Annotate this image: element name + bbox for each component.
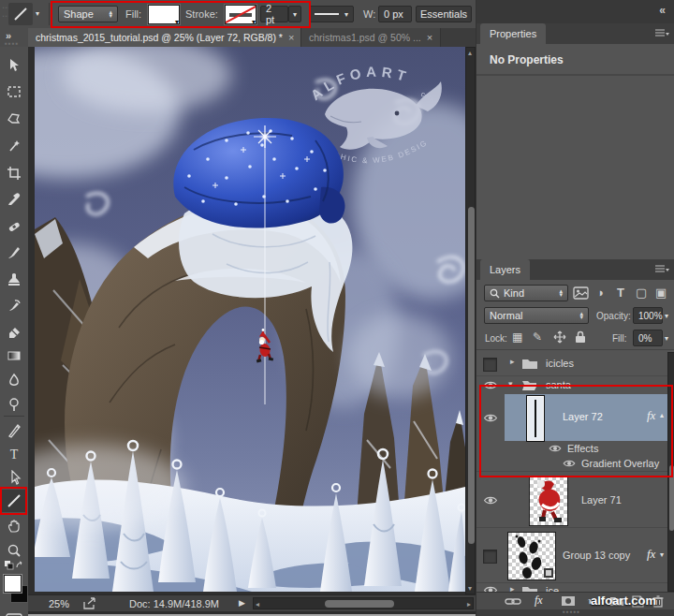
layer-row-group13[interactable]: Group 13 copy fx ▾ bbox=[476, 527, 667, 583]
layer-thumbnail-footprints[interactable] bbox=[507, 532, 556, 580]
opacity-value-field[interactable]: 100% bbox=[633, 307, 663, 324]
blend-mode-select[interactable]: Normal ▴▾ bbox=[484, 307, 589, 324]
canvas-hscroll-thumb[interactable] bbox=[325, 600, 394, 608]
fill-dropdown-arrow[interactable]: ▾ bbox=[665, 334, 668, 343]
lasso-tool[interactable] bbox=[2, 108, 26, 130]
layer-filter-kind-select[interactable]: Kind ▴▾ bbox=[484, 285, 568, 301]
opacity-dropdown-arrow[interactable]: ▾ bbox=[665, 312, 668, 320]
history-brush-tool[interactable] bbox=[2, 294, 26, 316]
visibility-checkbox-empty[interactable] bbox=[483, 550, 497, 564]
layer-row-gradient-overlay[interactable]: Gradient Overlay bbox=[476, 456, 667, 471]
layer-thumbnail-santa[interactable] bbox=[529, 476, 568, 526]
stroke-width-field[interactable]: 2 pt bbox=[260, 6, 288, 22]
tool-preset-dropdown-arrow[interactable]: ▾ bbox=[36, 9, 39, 18]
fill-value-field[interactable]: 0% bbox=[633, 330, 663, 346]
layer-row-icicles[interactable]: ▸ icicles bbox=[476, 352, 667, 376]
document-tab-1[interactable]: christmas_2015_tutorial.psd @ 25% (Layer… bbox=[28, 28, 301, 47]
scroll-left-icon[interactable]: ◂ bbox=[256, 600, 259, 609]
layer-thumbnail-line[interactable] bbox=[527, 396, 544, 441]
filter-pixel-layers-icon[interactable] bbox=[573, 286, 589, 300]
tool-mode-select[interactable]: Shape ▴▾ bbox=[58, 6, 118, 22]
panel-resize-strip[interactable]: ▪▪▪▪▪ bbox=[476, 609, 674, 616]
visibility-eye-icon[interactable] bbox=[549, 444, 562, 453]
group-expand-icon[interactable]: ▾ bbox=[508, 379, 513, 389]
add-layer-style-icon[interactable]: fx bbox=[535, 594, 543, 608]
fill-opacity-label: Fill: bbox=[612, 333, 627, 344]
fill-swatch[interactable]: ▾ bbox=[148, 5, 180, 24]
tab-layers[interactable]: Layers bbox=[480, 259, 530, 280]
panel-menu-icon[interactable] bbox=[654, 265, 669, 275]
doc-size-info[interactable]: Doc: 14.9M/418.9M bbox=[129, 598, 219, 609]
pen-tool[interactable] bbox=[2, 419, 26, 442]
layer-fx-badge[interactable]: fx bbox=[647, 547, 655, 562]
gradient-tool[interactable] bbox=[2, 345, 26, 367]
lock-transparency-icon[interactable]: ▦ bbox=[512, 330, 522, 344]
magic-wand-tool[interactable] bbox=[2, 135, 26, 157]
line-shape-tool-selected[interactable] bbox=[2, 490, 26, 512]
canvas-vertical-scrollbar[interactable]: ▴ ▾ bbox=[465, 47, 476, 594]
path-selection-tool[interactable] bbox=[2, 466, 26, 489]
workspace-switcher[interactable]: Essentials bbox=[416, 6, 472, 22]
brush-tool[interactable] bbox=[2, 242, 26, 264]
eraser-tool[interactable] bbox=[2, 320, 26, 343]
document-tab-1-close-icon[interactable]: × bbox=[288, 32, 294, 43]
shape-width-field[interactable]: 0 px bbox=[378, 6, 412, 22]
eyedropper-tool[interactable] bbox=[2, 187, 26, 210]
filter-smart-objects-icon[interactable]: ▣ bbox=[655, 286, 667, 300]
document-tab-2-close-icon[interactable]: × bbox=[427, 32, 432, 43]
dock-collapse-icon[interactable]: « bbox=[659, 4, 666, 17]
layer-row-effects[interactable]: Effects bbox=[476, 441, 667, 456]
panel-menu-icon[interactable] bbox=[654, 29, 669, 39]
filter-shape-layers-icon[interactable]: ▢ bbox=[636, 286, 647, 300]
layers-scroll-thumb[interactable] bbox=[669, 465, 674, 531]
document-tab-2[interactable]: christmas1.psd @ 50% ... × bbox=[301, 28, 441, 47]
status-flyout-icon[interactable]: ▶ bbox=[239, 598, 245, 608]
layer-row-santa[interactable]: ▾ santa bbox=[476, 375, 667, 394]
tab-properties[interactable]: Properties bbox=[480, 23, 546, 44]
layer-row-layer71[interactable]: Layer 71 bbox=[476, 471, 667, 528]
stroke-width-dropdown[interactable]: ▾ bbox=[288, 6, 301, 22]
visibility-checkbox-empty[interactable] bbox=[483, 358, 497, 372]
swap-colors-control[interactable] bbox=[4, 560, 24, 575]
add-layer-mask-icon[interactable] bbox=[561, 595, 576, 607]
link-layers-icon[interactable] bbox=[505, 596, 521, 607]
stroke-style-dropdown[interactable]: ▾ bbox=[309, 6, 354, 22]
layers-scrollbar[interactable] bbox=[667, 352, 674, 592]
visibility-eye-icon[interactable] bbox=[483, 495, 498, 506]
share-export-icon[interactable] bbox=[82, 597, 97, 610]
lock-position-icon[interactable] bbox=[553, 330, 566, 344]
fx-collapse-icon[interactable]: ▴ bbox=[660, 411, 664, 419]
canvas-vscroll-thumb[interactable] bbox=[468, 207, 475, 544]
zoom-level[interactable]: 25% bbox=[49, 598, 69, 609]
filter-type-layers-icon[interactable]: T bbox=[617, 286, 624, 300]
filter-adjustment-layers-icon[interactable]: ◑ bbox=[596, 286, 604, 300]
visibility-eye-icon[interactable] bbox=[483, 413, 498, 423]
canvas-horizontal-scrollbar[interactable]: ◂ ▸ bbox=[253, 597, 474, 609]
active-tool-icon[interactable] bbox=[8, 3, 33, 25]
visibility-eye-icon[interactable] bbox=[483, 380, 498, 390]
foreground-color-swatch[interactable] bbox=[4, 575, 22, 593]
hand-tool[interactable] bbox=[2, 515, 26, 537]
crop-tool[interactable] bbox=[2, 162, 26, 184]
smudge-tool[interactable] bbox=[2, 369, 26, 391]
dodge-tool[interactable] bbox=[2, 393, 26, 416]
zoom-tool[interactable] bbox=[2, 539, 26, 562]
lock-all-icon[interactable] bbox=[575, 330, 586, 344]
visibility-eye-icon[interactable] bbox=[563, 459, 576, 468]
scroll-up-icon[interactable]: ▴ bbox=[468, 49, 472, 57]
layer-fx-badge[interactable]: fx bbox=[647, 408, 655, 423]
layer-row-layer72-selected[interactable]: Layer 72 fx ▴ bbox=[476, 394, 667, 441]
fx-expand-icon[interactable]: ▾ bbox=[660, 550, 664, 559]
clone-stamp-tool[interactable] bbox=[2, 268, 26, 290]
stroke-swatch[interactable]: ▾ bbox=[225, 5, 256, 24]
move-tool[interactable] bbox=[2, 54, 26, 77]
type-tool[interactable]: T bbox=[2, 444, 26, 466]
canvas-document[interactable]: ALFOART com GRAPHIC & WEB DESIGN bbox=[35, 47, 465, 592]
quick-mask-button[interactable] bbox=[2, 609, 26, 616]
scroll-right-icon[interactable]: ▸ bbox=[467, 600, 471, 609]
lock-image-icon[interactable]: ✎ bbox=[533, 330, 542, 344]
marquee-tool[interactable] bbox=[2, 81, 26, 103]
group-expand-icon[interactable]: ▸ bbox=[510, 357, 515, 366]
scroll-down-icon[interactable]: ▾ bbox=[468, 584, 472, 593]
healing-brush-tool[interactable] bbox=[2, 215, 26, 238]
